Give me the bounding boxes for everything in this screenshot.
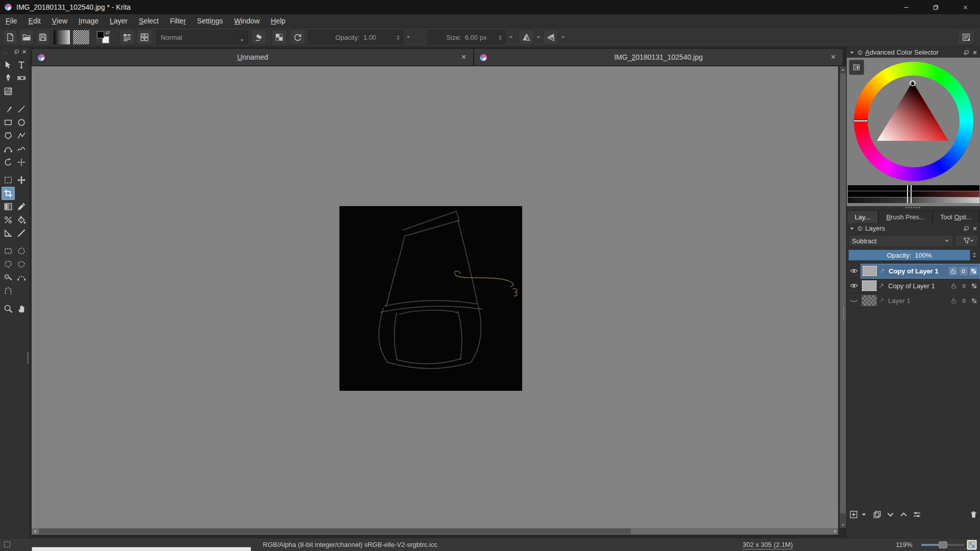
add-layer-button[interactable]	[849, 510, 858, 519]
layer-row[interactable]: Copy of Layer 1 α	[847, 264, 980, 279]
tool-multibrush[interactable]	[15, 156, 28, 169]
tool-polyline[interactable]	[15, 129, 28, 142]
canvas-only-mode-button[interactable]	[967, 540, 977, 550]
tool-transform[interactable]	[2, 173, 15, 187]
shade-bar-3[interactable]	[848, 197, 979, 203]
tool-freehand-brush[interactable]	[2, 103, 15, 116]
layer-name[interactable]: Copy of Layer 1	[888, 282, 935, 290]
tool-colorize-mask[interactable]	[2, 213, 15, 227]
hue-ring[interactable]	[854, 62, 973, 181]
tool-edit-shapes[interactable]	[2, 71, 15, 85]
tool-edit-gradient[interactable]	[15, 71, 28, 85]
sv-triangle[interactable]	[868, 76, 960, 167]
opacity-field[interactable]: Opacity: 1.00	[308, 30, 403, 44]
docker-lock-icon[interactable]	[857, 49, 863, 56]
move-layer-down-button[interactable]	[886, 510, 895, 519]
tool-color-sampler[interactable]	[15, 200, 28, 213]
layer-row[interactable]: Copy of Layer 1 α	[847, 279, 980, 293]
size-field[interactable]: Size: 6.00 px	[428, 30, 505, 44]
tool-line[interactable]	[15, 103, 28, 116]
alpha-lock-icon[interactable]: α	[960, 282, 968, 290]
menu-layer[interactable]: Layer	[104, 14, 133, 28]
opacity-spinner[interactable]	[395, 32, 402, 43]
toolbox-float-icon[interactable]	[14, 49, 19, 55]
preserve-alpha-button[interactable]	[272, 30, 287, 45]
menu-edit[interactable]: Edit	[23, 14, 46, 28]
layer-opacity-spinner[interactable]	[970, 249, 978, 261]
tool-edit-pattern[interactable]	[2, 85, 15, 98]
tool-bezier-curve[interactable]	[2, 142, 15, 156]
close-button[interactable]	[950, 0, 980, 14]
color-selector-header[interactable]: Advanced Color Selector	[847, 47, 980, 58]
eraser-mode-button[interactable]	[251, 30, 266, 45]
tool-pan[interactable]	[15, 302, 28, 315]
layers-header[interactable]: Layers	[847, 223, 980, 234]
zoom-slider[interactable]	[921, 544, 964, 546]
blend-mode-dropdown[interactable]: Subtract	[848, 235, 953, 247]
minimize-button[interactable]	[891, 0, 921, 14]
color-selector-settings-button[interactable]	[849, 60, 864, 75]
horizontal-scrollbar[interactable]	[32, 528, 838, 535]
vertical-scroll-thumb[interactable]	[840, 73, 846, 513]
add-layer-dropdown[interactable]	[860, 510, 868, 519]
zoom-slider-handle[interactable]	[939, 541, 947, 548]
menu-select[interactable]: Select	[133, 14, 164, 28]
tool-move[interactable]	[15, 173, 28, 187]
alpha-lock-icon[interactable]: α	[960, 296, 968, 305]
shade-bar-2[interactable]	[848, 191, 979, 197]
layer-thumbnail[interactable]	[862, 295, 877, 306]
selection-mode-icon[interactable]	[3, 540, 11, 548]
collapse-arrow-icon[interactable]	[849, 49, 855, 56]
layer-opacity-slider[interactable]: Opacity: 100%	[848, 249, 970, 261]
docker-lock-icon[interactable]	[857, 226, 863, 232]
tool-rectangle[interactable]	[2, 116, 15, 129]
tool-select-shapes[interactable]	[2, 58, 15, 71]
brush-preset-grid-button[interactable]	[137, 30, 152, 45]
size-spinner[interactable]	[497, 32, 504, 43]
tab-img-20180131[interactable]: IMG_20180131_102540.jpg	[474, 48, 843, 66]
tool-gradient[interactable]	[2, 200, 15, 213]
save-button[interactable]	[36, 30, 50, 45]
advanced-color-selector[interactable]	[847, 58, 980, 206]
gradient-chooser-button[interactable]	[53, 30, 70, 45]
blending-mode-dropdown[interactable]: Normal	[156, 30, 248, 44]
scroll-right-arrow[interactable]	[832, 528, 838, 535]
choose-workspace-button[interactable]	[958, 30, 975, 45]
tool-polygonal-select[interactable]	[2, 258, 15, 271]
scroll-down-arrow[interactable]	[840, 522, 846, 528]
layer-filter-button[interactable]	[955, 235, 978, 247]
menu-view[interactable]: View	[46, 14, 73, 28]
duplicate-layer-button[interactable]	[873, 510, 881, 519]
docker-splitter-grip[interactable]: ••••••	[843, 307, 845, 319]
lock-layer-icon[interactable]	[949, 267, 958, 276]
alpha-lock-icon[interactable]: α	[959, 267, 968, 276]
brush-preset-list-button[interactable]	[119, 30, 135, 45]
maximize-button[interactable]	[921, 0, 950, 14]
menu-filter[interactable]: Filter	[164, 14, 191, 28]
mirror-horizontal-button[interactable]	[519, 30, 534, 45]
size-dropdown-arrow[interactable]	[507, 33, 514, 42]
menu-image[interactable]: Image	[73, 14, 104, 28]
float-docker-icon[interactable]	[963, 49, 969, 56]
foreground-background-colors[interactable]: ⇄	[95, 30, 111, 45]
tool-freehand-select[interactable]	[15, 258, 28, 271]
tool-text[interactable]	[15, 58, 28, 71]
tab-tool-options[interactable]: Tool Opti...	[933, 210, 979, 223]
tool-freehand-path[interactable]	[15, 142, 28, 156]
close-docker-icon[interactable]	[972, 49, 978, 56]
move-layer-up-button[interactable]	[899, 510, 908, 519]
tab-close-icon[interactable]	[460, 54, 467, 60]
canvas-viewport[interactable]	[32, 66, 838, 528]
horizontal-scroll-thumb[interactable]	[39, 529, 631, 534]
vertical-scrollbar[interactable]	[840, 66, 846, 528]
tab-layers[interactable]: Lay...	[847, 210, 878, 223]
tool-fill[interactable]	[15, 213, 28, 227]
tool-polygon[interactable]	[2, 129, 15, 142]
tool-ellipse[interactable]	[15, 116, 28, 129]
visibility-eye-icon[interactable]	[847, 267, 861, 275]
menu-settings[interactable]: Settings	[191, 14, 229, 28]
open-document-button[interactable]	[19, 30, 34, 45]
shade-selector-bars[interactable]	[848, 185, 979, 204]
layer-row[interactable]: Layer 1 α	[847, 293, 980, 308]
mirror-vertical-button[interactable]	[543, 30, 558, 45]
